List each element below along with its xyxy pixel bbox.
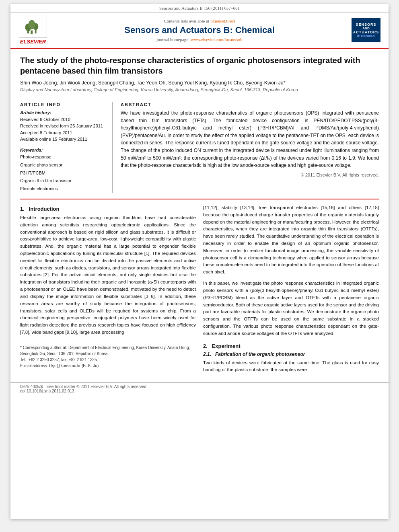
contents-text: Contents lists available at bbox=[164, 18, 209, 23]
journal-title: Sensors and Actuators B: Chemical bbox=[53, 25, 346, 35]
keyword-3: P3HT/PCBM bbox=[20, 169, 107, 177]
article-info-col: ARTICLE INFO Article history: Received 6… bbox=[20, 102, 113, 193]
elsevier-logo: ELSEVIER bbox=[17, 16, 49, 45]
article-body: The study of the photo-response characte… bbox=[10, 49, 389, 380]
article-title: The study of the photo-response characte… bbox=[20, 55, 379, 76]
revised-date: Received in revised form 26 January 2011 bbox=[20, 123, 107, 129]
svg-rect-5 bbox=[31, 30, 33, 34]
journal-header: ELSEVIER Contents lists available at Sci… bbox=[10, 12, 389, 49]
journal-homepage: journal homepage: www.elsevier.com/locat… bbox=[53, 37, 346, 42]
doi-line: doi:10.1016/j.snb.2011.02.013 bbox=[20, 389, 379, 393]
journal-logo-right: SENSORS AND ACTUATORS B: Chemical bbox=[350, 18, 382, 42]
experiment-number: 2. bbox=[203, 343, 208, 349]
journal-center: Contents lists available at ScienceDirec… bbox=[53, 18, 346, 41]
right-logo-line2: AND bbox=[362, 27, 369, 30]
main-right-col: [11,12], stability [13,14], free transpa… bbox=[203, 204, 379, 374]
article-affiliation: Display and Nanosystem Laboratory, Colle… bbox=[20, 87, 379, 92]
footnote-corresponding: * Corresponding author at: Department of… bbox=[20, 345, 196, 357]
copyright-line: © 2011 Elsevier B.V. All rights reserved… bbox=[121, 173, 379, 177]
bottom-bar: 0925-4005/$ – see front matter © 2011 El… bbox=[10, 382, 389, 395]
fabrication-subheading: 2.1. Fabrication of the organic photosen… bbox=[203, 351, 379, 357]
keyword-2: Organic photo sensor bbox=[20, 161, 107, 169]
article-history-block: Article history: Received 6 October 2010… bbox=[20, 109, 107, 143]
elsevier-label: ELSEVIER bbox=[20, 39, 46, 45]
abstract-text: We have investigated the photo-response … bbox=[121, 109, 379, 169]
main-left-col: 1. Introduction Flexible large-area elec… bbox=[20, 204, 196, 374]
footnote-email: E-mail address: bkju@korea.ac.kr (B.-K. … bbox=[20, 363, 196, 369]
article-info-label: ARTICLE INFO bbox=[20, 102, 107, 107]
article-page: Sensors and Actuators B 156 (2011) 657–6… bbox=[10, 4, 389, 519]
keywords-block: Keywords: Photo-response Organic photo s… bbox=[20, 147, 107, 193]
right-paragraph1: [11,12], stability [13,14], free transpa… bbox=[203, 204, 379, 276]
top-citation-bar: Sensors and Actuators B 156 (2011) 657–6… bbox=[10, 4, 389, 12]
intro-paragraph1: Flexible large-area electronics using or… bbox=[20, 214, 196, 336]
intro-title: Introduction bbox=[29, 206, 60, 212]
fabrication-title: Fabrication of the organic photosensor bbox=[215, 351, 305, 357]
email-value: bkju@korea.ac.kr (B.-K. Ju). bbox=[49, 364, 100, 368]
right-logo-line3: ACTUATORS bbox=[353, 30, 379, 34]
experiment-heading: 2. Experiment bbox=[203, 343, 379, 349]
abstract-col: ABSTRACT We have investigated the photo-… bbox=[121, 102, 379, 193]
keyword-4: Organic thin film transistor bbox=[20, 177, 107, 185]
right-paragraph2: In this paper, we investigate the photo … bbox=[203, 280, 379, 337]
keyword-5: Flexible electronics bbox=[20, 185, 107, 193]
email-label: E-mail address: bbox=[20, 364, 48, 368]
keywords-label: Keywords: bbox=[20, 148, 43, 152]
homepage-label: journal homepage: bbox=[156, 37, 189, 42]
fabrication-number: 2.1. bbox=[203, 351, 211, 357]
right-logo-box: SENSORS AND ACTUATORS B: Chemical bbox=[352, 18, 380, 42]
citation-text: Sensors and Actuators B 156 (2011) 657–6… bbox=[159, 6, 240, 10]
history-label: Article history: bbox=[20, 110, 51, 115]
right-logo-sub: B: Chemical bbox=[357, 34, 375, 38]
right-logo-line1: SENSORS bbox=[356, 23, 376, 27]
keywords-list: Photo-response Organic photo sensor P3HT… bbox=[20, 153, 107, 193]
keyword-1: Photo-response bbox=[20, 153, 107, 161]
abstract-label: ABSTRACT bbox=[121, 102, 379, 107]
intro-heading: 1. Introduction bbox=[20, 206, 196, 212]
sciencedirect-link[interactable]: ScienceDirect bbox=[210, 18, 235, 23]
footnote-area: * Corresponding author at: Department of… bbox=[20, 342, 196, 369]
contents-line: Contents lists available at ScienceDirec… bbox=[53, 18, 346, 23]
main-content: 1. Introduction Flexible large-area elec… bbox=[20, 199, 379, 374]
intro-number: 1. bbox=[20, 206, 25, 212]
article-info-abstract: ARTICLE INFO Article history: Received 6… bbox=[20, 98, 379, 193]
homepage-url[interactable]: www.elsevier.com/locate/snb bbox=[191, 37, 243, 42]
fabrication-paragraph1: Two kinds of devices were fabricated at … bbox=[203, 359, 379, 374]
issn-line: 0925-4005/$ – see front matter © 2011 El… bbox=[20, 384, 379, 389]
accepted-date: Accepted 8 February 2011 bbox=[20, 129, 107, 136]
received-date: Received 6 October 2010 bbox=[20, 116, 107, 123]
footnote-tel: Tel.: +82 2 3290 3237; fax: +82 2 921 13… bbox=[20, 357, 196, 363]
svg-point-4 bbox=[29, 20, 35, 29]
article-authors: Shin Woo Jeong, Jin Wook Jeong, Seongpil… bbox=[20, 80, 379, 86]
experiment-title: Experiment bbox=[212, 343, 241, 349]
elsevier-logo-box bbox=[19, 16, 47, 38]
elsevier-tree-icon bbox=[23, 19, 43, 35]
available-date: Available online 15 February 2011 bbox=[20, 136, 107, 143]
